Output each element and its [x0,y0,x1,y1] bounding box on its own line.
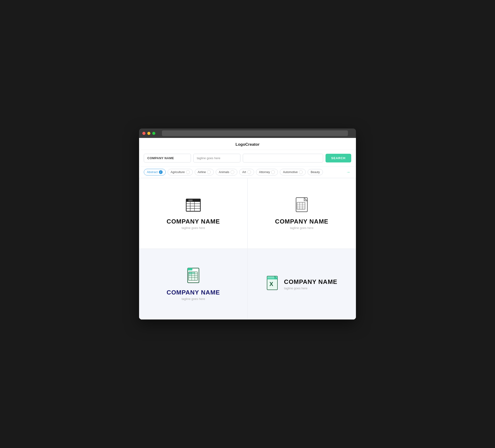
airline-check-icon [207,170,211,174]
category-automotive-label: Automotive [283,170,298,174]
svg-text:X: X [269,281,273,287]
app-header: LogoCreator [139,138,356,150]
browser-titlebar [139,128,356,138]
logo-company-name-3: COMPANY NAME [167,289,220,296]
logo-text-4: COMPANY NAME tagline goes here [284,278,337,290]
category-beauty[interactable]: Beauty [308,169,323,175]
tagline-input[interactable] [193,154,240,162]
category-next-button[interactable]: → [345,170,351,175]
agriculture-check-icon [186,170,190,174]
animals-check-icon [231,170,234,174]
category-agriculture-label: Agriculture [171,170,185,174]
category-agriculture[interactable]: Agriculture [168,169,193,175]
app-title: LogoCreator [235,142,260,147]
svg-rect-24 [192,272,195,274]
logo-company-name-4: COMPANY NAME [284,278,337,286]
logo-company-name-1: COMPANY NAME [167,218,220,225]
svg-rect-29 [267,278,277,280]
close-button[interactable] [142,132,145,135]
attorney-check-icon [271,170,275,174]
category-attorney[interactable]: Attorney [256,169,278,175]
logo-inner-3: COMPANY NAME tagline goes here [167,268,220,301]
logo-inner-2: COMPANY NAME tagline goes here [275,197,328,230]
logo-inner-4: X COMPANY NAME tagline goes here [266,276,337,293]
logo-card-2[interactable]: COMPANY NAME tagline goes here [248,178,356,249]
logo-tagline-1: tagline goes here [181,226,205,230]
search-bar: SEARCH [139,150,356,167]
logo-icon-2 [294,197,309,215]
abstract-check-icon: ✓ [159,170,163,174]
category-airline[interactable]: Airline [195,169,214,175]
logo-card-1[interactable]: COMPANY NAME tagline goes here [139,178,248,249]
category-bar: Abstract ✓ Agriculture Airline Animals A… [139,167,356,178]
browser-window: LogoCreator SEARCH Abstract ✓ Agricultur… [139,128,356,320]
category-art[interactable]: Art [239,169,254,175]
svg-rect-25 [189,274,192,276]
search-button[interactable]: SEARCH [326,154,351,162]
logo-icon-4: X [266,276,281,293]
minimize-button[interactable] [147,132,150,135]
svg-rect-23 [189,272,192,274]
category-abstract-label: Abstract [147,170,158,174]
browser-content: LogoCreator SEARCH Abstract ✓ Agricultur… [139,138,356,320]
category-animals-label: Animals [219,170,229,174]
category-animals[interactable]: Animals [216,169,237,175]
logo-icon-1 [185,197,202,215]
logo-tagline-3: tagline goes here [181,297,205,301]
svg-rect-2 [188,199,192,201]
category-attorney-label: Attorney [259,170,270,174]
category-abstract[interactable]: Abstract ✓ [144,169,166,175]
art-check-icon [247,170,251,174]
svg-rect-16 [188,268,192,270]
industry-input[interactable] [243,154,323,162]
category-automotive[interactable]: Automotive [280,169,306,175]
automotive-check-icon [299,170,303,174]
company-name-input[interactable] [144,154,191,162]
logo-card-3[interactable]: COMPANY NAME tagline goes here [139,249,248,320]
address-bar [162,130,348,136]
logo-grid: COMPANY NAME tagline goes here [139,178,356,320]
logo-tagline-4: tagline goes here [284,286,337,290]
svg-rect-9 [297,202,305,209]
category-airline-label: Airline [198,170,206,174]
logo-company-name-2: COMPANY NAME [275,218,328,225]
logo-tagline-2: tagline goes here [290,226,314,230]
category-art-label: Art [242,170,246,174]
logo-card-4[interactable]: X COMPANY NAME tagline goes here [248,249,356,320]
logo-icon-3 [186,268,201,286]
logo-inner-1: COMPANY NAME tagline goes here [167,197,220,230]
category-beauty-label: Beauty [311,170,320,174]
maximize-button[interactable] [152,132,155,135]
